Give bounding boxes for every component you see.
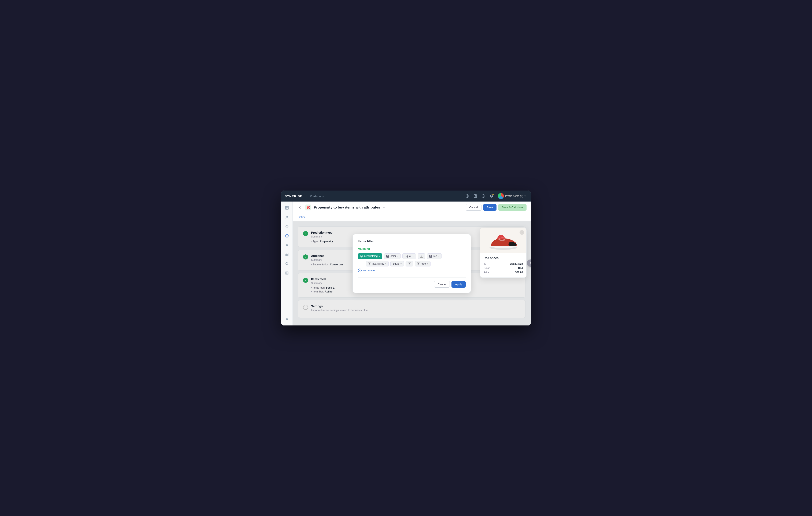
operator-chip-equal-2[interactable]: Equal ▾ [390, 261, 404, 266]
img-icon: ⊞ [420, 255, 423, 258]
tab-define[interactable]: Define [297, 213, 307, 221]
svg-point-12 [286, 318, 288, 320]
sidebar-item-settings[interactable] [283, 315, 291, 323]
sidebar-item-profile[interactable] [283, 213, 291, 221]
value-chip-true[interactable]: ▣ true ▾ [415, 261, 431, 266]
profile-button[interactable]: Profile name (#) ▾ [496, 192, 527, 200]
profile-avatar [498, 193, 504, 199]
product-id-row: ID 288394822 [484, 262, 523, 266]
cancel-button[interactable]: Cancel [466, 204, 481, 211]
content-area: ✓ Prediction type Summary Type: Propensi… [293, 222, 531, 325]
profile-name: Profile name (#) [505, 195, 523, 198]
operator-chip-equal[interactable]: Equal ▾ [402, 253, 416, 259]
sidebar-item-catalog[interactable] [283, 269, 291, 277]
product-price-row: Price $50.00 [484, 270, 523, 275]
header-bar: 🎯 Propensity to buy items with attribute… [293, 202, 531, 213]
docs-icon[interactable] [472, 193, 478, 199]
product-color-row: Color Red [484, 266, 523, 270]
availability-icon: ▣ [368, 262, 371, 265]
notification-dot [492, 194, 494, 195]
main-content: 🎯 Propensity to buy items with attribute… [293, 202, 531, 325]
product-card: Red shoes ID 288394822 Color Red [480, 228, 526, 278]
add-condition-icon: + [358, 268, 361, 273]
text-val-icon: T [429, 255, 432, 258]
save-button[interactable]: Save [483, 204, 497, 211]
sidebar-item-menu[interactable] [283, 204, 291, 212]
field-chip-color[interactable]: T color ▾ [384, 253, 401, 259]
back-button[interactable] [297, 204, 303, 210]
svg-rect-7 [287, 208, 288, 209]
nav-divider: | [306, 194, 307, 198]
sidebar-item-automation[interactable] [283, 241, 291, 249]
logo: SYNERISE [285, 194, 302, 198]
filter-row-1: itemCatalog ▾ T color ▾ Equal ▾ [358, 253, 466, 259]
profile-chevron: ▾ [524, 195, 526, 198]
modal-title: Items filter [358, 239, 466, 243]
matching-label: Matching [358, 247, 466, 250]
page-icon: 🎯 [306, 204, 311, 210]
row-connector: — [358, 262, 364, 265]
page-title: Propensity to buy items with attributes [314, 205, 380, 209]
app-layout: 🎯 Propensity to buy items with attribute… [281, 202, 531, 325]
left-sidebar [281, 202, 293, 325]
svg-rect-6 [286, 208, 287, 209]
svg-point-8 [286, 216, 288, 217]
sidebar-item-campaigns[interactable] [283, 223, 291, 230]
shoe-image [487, 231, 519, 250]
modal-footer: Cancel Apply [358, 278, 466, 288]
notification-icon[interactable] [488, 193, 495, 199]
nav-icons: Profile name (#) ▾ [464, 192, 527, 200]
sidebar-item-analytics[interactable] [283, 251, 291, 258]
header-actions: Cancel Save Save & Calculate [466, 204, 526, 211]
nav-section: Predictions [310, 195, 323, 198]
field-chip-availability[interactable]: ▣ availability ▾ [366, 261, 389, 266]
value-type-icon-chip[interactable]: ⊞ [417, 253, 425, 259]
bool-icon: ▣ [417, 262, 420, 265]
modal-cancel-button[interactable]: Cancel [434, 281, 450, 288]
value-type-icon-chip-2[interactable]: ⊞ [406, 261, 413, 266]
text-type-icon: T [386, 255, 389, 258]
top-navigation: SYNERISE | Predictions Profile name (#) … [281, 191, 531, 202]
value-chip-red[interactable]: T red ▾ [427, 253, 442, 259]
img-icon-2: ⊞ [408, 262, 411, 265]
sidebar-item-predictions[interactable] [283, 232, 291, 239]
product-info: Red shoes ID 288394822 Color Red [480, 253, 526, 278]
product-details: ID 288394822 Color Red Price $50.00 [484, 262, 523, 275]
modal-apply-button[interactable]: Apply [452, 281, 466, 288]
edit-icon[interactable]: ✏ [383, 206, 385, 209]
product-name: Red shoes [484, 256, 523, 260]
and-where-button[interactable]: + and where [358, 268, 466, 273]
items-filter-modal: Items filter Matching itemCatalog ▾ T [352, 234, 471, 293]
svg-rect-5 [287, 206, 288, 208]
catalog-chip[interactable]: itemCatalog ▾ [358, 253, 382, 259]
svg-rect-4 [286, 206, 287, 208]
product-close-button[interactable]: ✕ [520, 230, 524, 235]
filter-row-2: — ▣ availability ▾ Equal ▾ ⊞ [358, 261, 466, 266]
add-button[interactable] [464, 193, 470, 199]
help-icon[interactable] [480, 193, 487, 199]
svg-point-10 [286, 245, 288, 246]
sidebar-item-search[interactable] [283, 260, 291, 267]
save-calculate-button[interactable]: Save & Calculate [498, 204, 526, 211]
tab-bar: Define [293, 213, 531, 222]
